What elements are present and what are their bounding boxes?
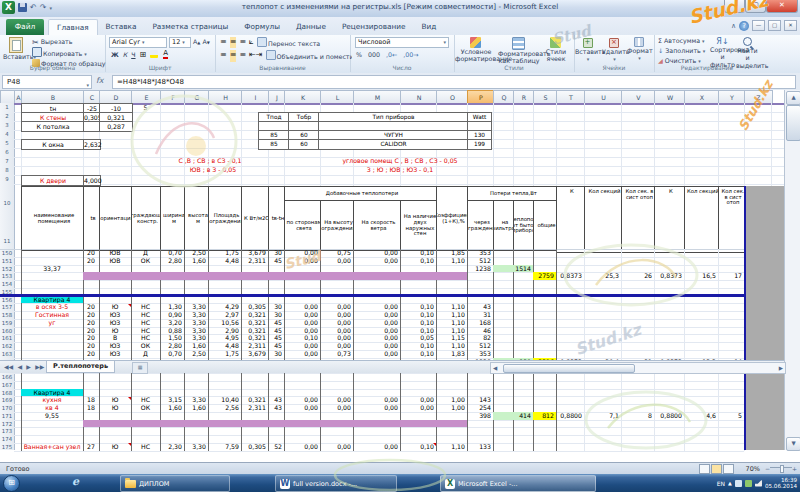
row-header-7[interactable]: 7 <box>0 158 14 166</box>
cell-N175[interactable]: 0,10 <box>400 443 436 451</box>
name-box[interactable]: P48▾ <box>2 75 92 89</box>
cell-O161[interactable]: 1,15 <box>436 334 467 342</box>
horizontal-scrollbar[interactable]: ◀ ▶ <box>490 362 786 374</box>
paste-button[interactable]: Вставить▾ <box>3 37 29 61</box>
cell-L151[interactable]: 0,00 <box>320 257 353 265</box>
row-header-172[interactable]: 172 <box>0 421 14 428</box>
row-header-160[interactable]: 160 <box>0 328 14 335</box>
cell-I169[interactable]: 0,321 <box>241 396 268 404</box>
cell-D169[interactable]: Ю <box>99 396 131 404</box>
cell-H160[interactable]: 2,90 <box>208 327 241 335</box>
maximize-button[interactable]: ▢ <box>745 0 766 13</box>
cell-P161[interactable]: 82 <box>467 334 493 342</box>
fill-button[interactable]: ↓ Заполнить ▾ <box>658 46 705 56</box>
book-restore-button[interactable]: ▢ <box>768 20 781 31</box>
cell-O151[interactable]: 1,10 <box>436 257 467 265</box>
cell-J160[interactable]: 45 <box>268 327 284 335</box>
cell-Y153[interactable]: 17 <box>718 272 744 280</box>
cell-P175[interactable]: 133 <box>467 443 493 451</box>
room-label-168[interactable]: Квартира 4 <box>21 389 83 397</box>
cell-J158[interactable]: 30 <box>268 311 284 319</box>
cell-H170[interactable]: 2,56 <box>208 404 241 412</box>
cell-F157[interactable]: 1,30 <box>160 303 184 311</box>
shrink-font-button[interactable]: А▼ <box>202 37 209 48</box>
insert-sheet-tab[interactable]: ▦ <box>132 362 148 374</box>
cell-P162[interactable]: 512 <box>467 342 493 350</box>
zoom-slider[interactable]: −+ <box>765 465 797 473</box>
tab-file[interactable]: Файл <box>6 19 44 35</box>
cell-C159[interactable]: 20 <box>83 319 99 327</box>
cell-J161[interactable]: 45 <box>268 334 284 342</box>
tab-Разметка страницы[interactable]: Разметка страницы <box>144 19 236 35</box>
cell-Y171[interactable]: 5 <box>718 412 744 420</box>
format-cells-button[interactable]: Формат ▾ <box>627 37 652 62</box>
autosum-button[interactable]: Σ Автосумма ▾ <box>658 36 705 46</box>
tab-Вид[interactable]: Вид <box>413 19 444 35</box>
comma-style-button[interactable]: 000 <box>368 50 380 59</box>
row-header-163[interactable]: 163 <box>0 351 14 358</box>
cell-F150[interactable]: 0,70 <box>160 249 184 257</box>
cell-C161[interactable]: 20 <box>83 334 99 342</box>
align-left-icon[interactable]: ≡ <box>220 50 227 62</box>
indent-icons[interactable]: ⇤⇥ <box>249 50 262 62</box>
cell-K159[interactable]: 0,00 <box>284 319 320 327</box>
cell-M159[interactable]: 0,00 <box>353 319 400 327</box>
cell-J150[interactable]: 30 <box>268 249 284 257</box>
fill-color-button[interactable] <box>150 50 159 59</box>
cell-G161[interactable]: 3,30 <box>184 334 208 342</box>
cell-M162[interactable]: 0,00 <box>353 342 400 350</box>
orientation-icon[interactable]: ⟀ <box>249 37 254 48</box>
cell-G158[interactable]: 3,30 <box>184 311 208 319</box>
cell-J175[interactable]: 52 <box>268 443 284 451</box>
row-header-167[interactable]: 167 <box>0 382 14 389</box>
row-header-168[interactable]: 168 <box>0 390 14 397</box>
cell-C170[interactable]: 18 <box>83 404 99 412</box>
cell-H158[interactable]: 2,97 <box>208 311 241 319</box>
cell-F169[interactable]: 3,15 <box>160 396 184 404</box>
tab-Формулы[interactable]: Формулы <box>236 19 288 35</box>
cell-H150[interactable]: 1,75 <box>208 249 241 257</box>
cell-K169[interactable]: 0,00 <box>284 396 320 404</box>
cell-C9[interactable]: 4,000 <box>83 175 101 186</box>
cell-C175[interactable]: 27 <box>83 443 99 451</box>
row-header-3[interactable]: 3 <box>0 122 14 130</box>
next-sheet-icon[interactable]: ▶ <box>26 363 31 370</box>
cell-I175[interactable]: 0,305 <box>241 443 268 451</box>
cell-C151[interactable]: 20 <box>83 257 99 265</box>
wrap-text-button[interactable]: Перенос текста <box>257 37 320 48</box>
cell-L161[interactable]: 0,00 <box>320 334 353 342</box>
cell-L150[interactable]: 0,75 <box>320 249 353 257</box>
bold-button[interactable]: Ж <box>111 50 119 59</box>
cell-O175[interactable]: 1,10 <box>436 443 467 451</box>
align-right-icon[interactable]: ≡ <box>239 50 246 62</box>
delete-cells-button[interactable]: × Удалить ▾ <box>602 37 627 63</box>
row-header-151[interactable]: 151 <box>0 258 14 265</box>
room-label-152[interactable]: 33,37 <box>21 265 83 273</box>
cell-E161[interactable]: НС <box>131 334 160 342</box>
cell-E151[interactable]: ОК <box>131 257 160 265</box>
copy-button[interactable]: Копировать ▾ <box>32 47 105 59</box>
cell-H175[interactable]: 7,59 <box>208 443 241 451</box>
tab-Главная[interactable]: Главная <box>48 19 98 35</box>
row-header-161[interactable]: 161 <box>0 335 14 342</box>
conditional-formatting-button[interactable]: Условное форматирование <box>455 37 497 63</box>
view-layout-icon[interactable] <box>711 464 722 474</box>
close-button[interactable]: ✕ <box>766 0 798 13</box>
hscroll-thumb[interactable] <box>503 364 635 373</box>
cell-Q152[interactable]: 1514 <box>493 265 533 273</box>
font-color-button[interactable]: А <box>163 50 168 59</box>
cell-K150[interactable]: 0,00 <box>284 249 320 257</box>
format-as-table-button[interactable]: Форматировать как таблицу <box>498 37 540 65</box>
cell-P151[interactable]: 512 <box>467 257 493 265</box>
show-hidden-icons[interactable]: ▲ <box>728 480 732 486</box>
cell-F162[interactable]: 2,80 <box>160 342 184 350</box>
formula-input[interactable]: =H48*I48*J48*O48 <box>112 75 796 89</box>
cell-F151[interactable]: 2,80 <box>160 257 184 265</box>
cell-H169[interactable]: 10,40 <box>208 396 241 404</box>
row-header-6[interactable]: 6 <box>0 149 14 157</box>
row-header-157[interactable]: 157 <box>0 304 14 311</box>
row-header-154[interactable]: 154 <box>0 281 14 288</box>
cell-D161[interactable]: В <box>99 334 131 342</box>
cell-K175[interactable]: 0,00 <box>284 443 320 451</box>
cell-D162[interactable]: ЮЗ <box>99 342 131 350</box>
